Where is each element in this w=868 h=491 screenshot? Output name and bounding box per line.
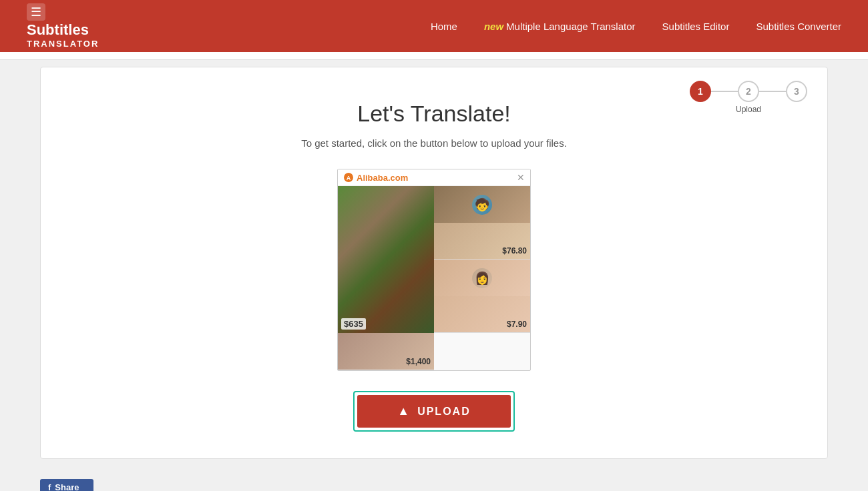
step-indicator: 1 2 3 Upload xyxy=(690,81,807,114)
ad-price-4: $1,400 xyxy=(406,357,431,366)
content-body: Let's Translate! To get started, click o… xyxy=(61,87,807,432)
logo-area: ☰ Subtitles TRANSLATOR xyxy=(27,3,99,48)
ad-price-1: $635 xyxy=(341,318,366,330)
new-tag: new xyxy=(484,21,503,32)
step-3-circle: 3 xyxy=(786,81,807,102)
sub-heading: To get started, click on the button belo… xyxy=(301,137,567,149)
step-1-label: Upload xyxy=(736,105,761,114)
logo-icon: ☰ xyxy=(27,3,45,21)
ad-price-3: $7.90 xyxy=(507,320,527,329)
social-bar: f Share 🐦 Tweet xyxy=(0,472,868,491)
nav-home[interactable]: Home xyxy=(431,21,457,32)
svg-text:A: A xyxy=(347,175,351,181)
ad-header: A Alibaba.com ✕ xyxy=(338,169,530,186)
main-heading: Let's Translate! xyxy=(357,101,511,127)
ad-cell-small-2: 👩 $7.90 xyxy=(434,260,530,333)
step-line-2 xyxy=(759,91,786,92)
upload-button[interactable]: ▲ UPLOAD xyxy=(357,395,510,428)
facebook-icon: f xyxy=(48,482,51,491)
upload-label: UPLOAD xyxy=(417,406,471,418)
ad-cell-small-1: 🧒 $76.80 xyxy=(434,186,530,260)
nav-editor[interactable]: Subtitles Editor xyxy=(662,21,730,32)
facebook-share-button[interactable]: f Share xyxy=(40,479,93,491)
step-2-circle: 2 xyxy=(738,81,759,102)
logo-subtitle: TRANSLATOR xyxy=(27,39,99,49)
ad-cell-small-3: $1,400 xyxy=(338,333,434,370)
top-bar xyxy=(0,52,868,60)
alibaba-logo-icon: A xyxy=(343,172,354,183)
steps-row: 1 2 3 xyxy=(690,81,807,102)
ad-box: A Alibaba.com ✕ $635 🧒 xyxy=(337,169,531,371)
ad-cell-pool: $635 xyxy=(338,186,434,333)
header: ☰ Subtitles TRANSLATOR Home newMultiple … xyxy=(0,0,868,52)
ad-avatar-2: 👩 xyxy=(472,268,492,288)
upload-icon: ▲ xyxy=(397,404,411,418)
upload-button-wrapper: ▲ UPLOAD xyxy=(353,391,514,432)
main-nav: Home newMultiple Language Translator Sub… xyxy=(431,21,841,32)
step-line-1 xyxy=(711,91,738,92)
content-card: 1 2 3 Upload Let's Translate! To get sta… xyxy=(40,67,828,459)
ad-grid: $635 🧒 $76.80 👩 $7.90 xyxy=(338,186,530,370)
main-wrapper: 1 2 3 Upload Let's Translate! To get sta… xyxy=(0,60,868,472)
share-label: Share xyxy=(55,482,79,491)
nav-translator[interactable]: newMultiple Language Translator xyxy=(484,21,636,32)
step-1-circle: 1 xyxy=(690,81,711,102)
ad-brand: A Alibaba.com xyxy=(343,172,408,183)
ad-thumb-1: 🧒 xyxy=(434,186,530,223)
ad-price-2: $76.80 xyxy=(502,246,527,256)
ad-close-button[interactable]: ✕ xyxy=(517,172,525,183)
nav-translator-label: Multiple Language Translator xyxy=(506,21,635,32)
pool-image xyxy=(338,186,434,333)
ad-avatar-1: 🧒 xyxy=(472,195,492,215)
nav-converter[interactable]: Subtitles Converter xyxy=(756,21,841,32)
ad-thumb-2: 👩 xyxy=(434,260,530,296)
logo-title: Subtitles xyxy=(27,22,89,38)
